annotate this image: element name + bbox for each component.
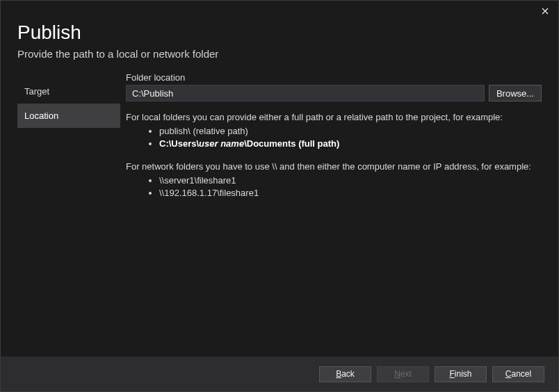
step-location[interactable]: Location	[17, 104, 120, 128]
dialog-subtitle: Provide the path to a local or network f…	[17, 48, 542, 60]
folder-location-input[interactable]	[126, 85, 485, 101]
back-button[interactable]: Back	[319, 366, 371, 382]
help-example-full: C:\Users\user name\Documents (full path)	[159, 138, 542, 150]
finish-button[interactable]: Finish	[435, 366, 487, 382]
cancel-button[interactable]: Cancel	[492, 366, 544, 382]
step-target[interactable]: Target	[17, 79, 120, 104]
help-local-intro: For local folders you can provide either…	[126, 111, 542, 124]
wizard-steps-sidebar: Target Location	[17, 72, 120, 209]
dialog-header: Publish Provide the path to a local or n…	[1, 1, 558, 65]
help-example-network-name: \\server1\fileshare1	[159, 174, 542, 187]
main-panel: Folder location Browse... For local fold…	[120, 72, 542, 209]
help-example-relative: publish\ (relative path)	[159, 125, 542, 138]
dialog-footer: Back Next Finish Cancel	[1, 357, 558, 391]
browse-button[interactable]: Browse...	[489, 85, 542, 101]
dialog-title: Publish	[17, 22, 542, 44]
help-example-network-ip: \\192.168.1.17\fileshare1	[159, 187, 542, 199]
help-network-intro: For network folders you have to use \\ a…	[126, 161, 542, 173]
next-button: Next	[377, 366, 429, 382]
publish-dialog: Publish Provide the path to a local or n…	[0, 0, 559, 392]
browse-button-label: Browse...	[496, 88, 534, 99]
close-icon[interactable]	[533, 2, 557, 20]
help-text: For local folders you can provide either…	[126, 111, 542, 199]
folder-location-label: Folder location	[126, 72, 542, 83]
